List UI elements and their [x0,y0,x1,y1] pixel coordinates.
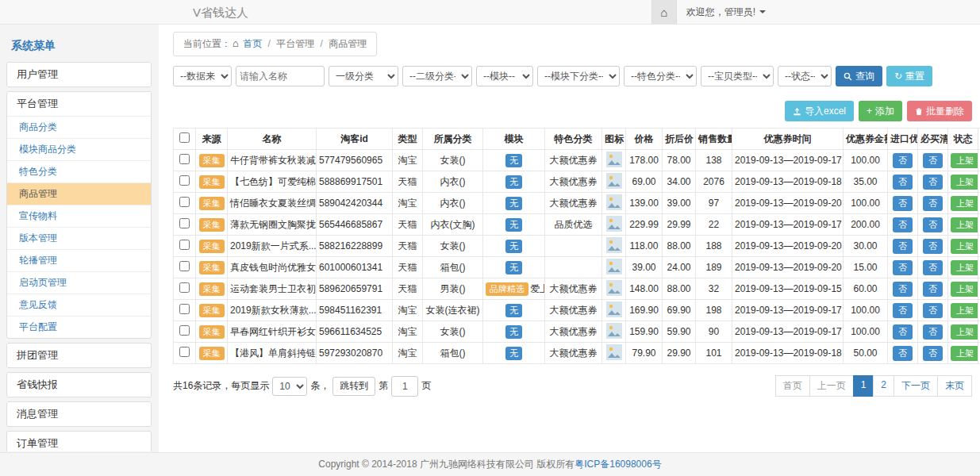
sidebar-subitem-9[interactable]: 平台配置 [7,316,151,338]
jump-button[interactable]: 跳转到 [332,377,375,396]
taoke-id-cell: 588216228899 [317,236,393,257]
must-buy-toggle[interactable]: 否 [923,239,943,254]
feature-category-select[interactable]: --特色分类-- [624,66,697,86]
import-optimal-toggle[interactable]: 否 [893,153,913,168]
coupon-amount: 100.00 [851,326,880,337]
must-buy-toggle[interactable]: 否 [923,324,943,340]
must-buy-toggle[interactable]: 否 [923,153,943,168]
thumbnail-cell [602,193,626,214]
page-number-input[interactable] [391,376,418,397]
price: 178.00 [629,155,659,166]
row-checkbox[interactable] [179,261,190,271]
row-checkbox[interactable] [179,325,190,336]
select-all-checkbox[interactable] [179,132,190,143]
status-button[interactable]: 上架 [951,196,978,211]
pager-item-3[interactable]: 2 [873,375,894,397]
feature-category: 大额优惠券 [550,326,598,337]
add-button[interactable]: + 添加 [859,101,902,121]
pager-item-4[interactable]: 下一页 [894,375,938,397]
price-cell: 229.99 [626,214,663,236]
module-select[interactable]: --模块-- [476,66,533,86]
row-checkbox[interactable] [179,175,190,186]
pager-item-5[interactable]: 末页 [937,375,972,397]
sidebar-subitem-0[interactable]: 商品分类 [7,116,151,138]
coupon-amount: 35.00 [853,176,877,187]
import-optimal-toggle[interactable]: 否 [893,196,913,211]
status-button[interactable]: 上架 [951,260,978,275]
row-checkbox[interactable] [179,347,190,357]
import-optimal-toggle[interactable]: 否 [893,324,913,340]
status-cell: 上架 [948,300,978,321]
name-search-input[interactable] [236,66,325,86]
row-checkbox[interactable] [179,154,190,164]
status-button[interactable]: 上架 [951,217,978,232]
import-excel-button[interactable]: 导入excel [785,101,854,121]
discount-price: 59.90 [667,326,690,337]
status-button[interactable]: 上架 [951,282,978,297]
must-buy-toggle[interactable]: 否 [923,260,943,275]
price-cell: 178.00 [626,150,663,171]
sidebar-item-0[interactable]: 用户管理 [7,63,151,86]
sidebar-subitem-2[interactable]: 特色分类 [7,160,151,182]
must-buy-toggle[interactable]: 否 [923,303,943,318]
pager-item-0[interactable]: 首页 [775,375,810,397]
status-cell: 上架 [948,150,978,171]
sidebar-item-4[interactable]: 消息管理 [7,402,151,426]
home-button[interactable]: ⌂ [651,0,677,24]
import-optimal-toggle[interactable]: 否 [893,346,913,361]
user-menu[interactable]: 欢迎您，管理员! [677,0,775,24]
sidebar-subitem-6[interactable]: 轮播管理 [7,249,151,271]
sidebar-subitem-8[interactable]: 意见反馈 [7,294,151,316]
import-optimal-toggle[interactable]: 否 [893,260,913,275]
table-row: 采集【港风】单肩斜挎链条...597293020870淘宝箱包()无大额优惠券7… [174,343,980,364]
search-button[interactable]: 查询 [836,66,882,86]
module-subcategory-select[interactable]: --模块下分类-- [537,66,620,86]
status-button[interactable]: 上架 [951,239,978,254]
pager-item-1[interactable]: 上一页 [809,375,854,397]
item-type-select[interactable]: --宝贝类型-- [701,66,774,86]
pager-item-2[interactable]: 1 [853,375,874,397]
row-checkbox[interactable] [179,197,190,207]
must-buy-toggle[interactable]: 否 [923,217,943,232]
status-select[interactable]: --状态-- [778,66,832,86]
import-optimal-toggle[interactable]: 否 [893,217,913,232]
batch-delete-button[interactable]: 批量删除 [907,101,972,121]
product-category: 女装() [440,155,466,166]
status-button[interactable]: 上架 [951,324,978,340]
reset-button[interactable]: ↻ 重置 [886,66,932,86]
status-button[interactable]: 上架 [951,153,978,168]
sidebar-item-5[interactable]: 订单管理 [7,432,151,451]
sidebar-subitem-3[interactable]: 商品管理 [7,182,151,205]
sidebar-item-1[interactable]: 平台管理 [7,92,151,116]
sidebar-item-3[interactable]: 省钱快报 [7,373,151,397]
must-buy-toggle[interactable]: 否 [923,196,943,211]
sidebar-subitem-5[interactable]: 版本管理 [7,227,151,249]
breadcrumb-home-link[interactable]: 首页 [243,38,262,49]
status-button[interactable]: 上架 [951,175,978,190]
status-button[interactable]: 上架 [951,346,978,361]
must-buy-toggle[interactable]: 否 [923,175,943,190]
per-page-select[interactable]: 10 [272,377,307,396]
import-optimal-toggle[interactable]: 否 [893,239,913,254]
import-optimal-toggle[interactable]: 否 [893,303,913,318]
sidebar-subitem-7[interactable]: 启动页管理 [7,271,151,294]
status-button[interactable]: 上架 [951,303,978,318]
row-checkbox[interactable] [179,304,190,314]
type-cell: 天猫 [393,214,423,236]
feature-category: 大额优惠券 [550,198,598,209]
module-cell: 无 [483,236,545,257]
sidebar-subitem-4[interactable]: 宣传物料 [7,205,151,227]
row-checkbox[interactable] [179,282,190,293]
category2-select[interactable]: --二级分类-- [402,66,472,86]
must-buy-toggle[interactable]: 否 [923,282,943,297]
row-checkbox[interactable] [179,240,190,250]
sidebar-subitem-1[interactable]: 模块商品分类 [7,138,151,160]
icp-link[interactable]: 粤ICP备16098006号 [575,458,661,471]
import-optimal-toggle[interactable]: 否 [893,282,913,297]
must-buy-toggle[interactable]: 否 [923,346,943,361]
sidebar-item-2[interactable]: 拼团管理 [7,344,151,367]
source-filter-select[interactable]: --数据来源-- [173,66,232,86]
row-checkbox[interactable] [179,218,190,228]
import-optimal-toggle[interactable]: 否 [893,175,913,190]
category1-select[interactable]: 一级分类 [329,66,398,86]
